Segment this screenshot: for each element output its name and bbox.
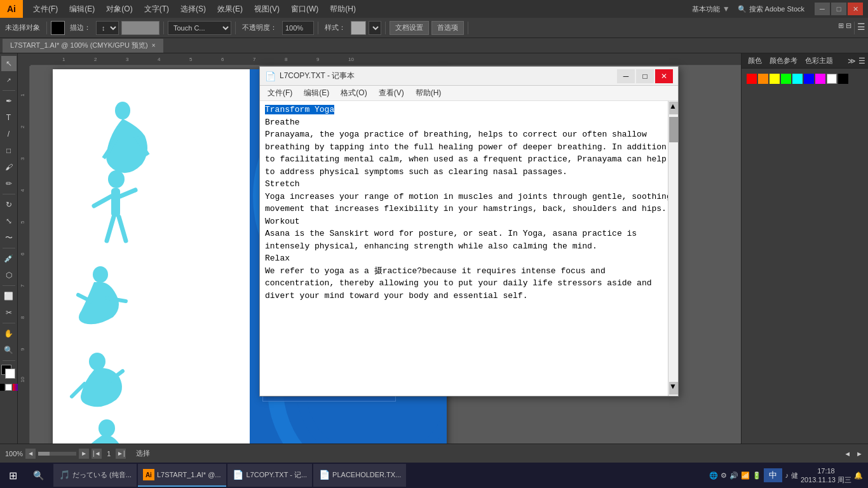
tool-type[interactable]: T [1,110,17,125]
svg-text:9: 9 [20,348,25,351]
zoom-slider[interactable] [38,452,76,456]
swatch-magenta[interactable] [815,74,825,84]
taskbar-placeholder[interactable]: 📄 PLACEHOLDER.TX... [313,464,406,487]
panel-expand[interactable]: ≫ [848,57,856,65]
nav-prev[interactable]: ◄ [844,450,851,458]
color-box[interactable] [51,21,65,35]
left-toolbox: ↖ ↗ ✒ T / □ 🖌 ✏ ↻ ⤡ 〜 💉 ⬡ ⬜ ✂ ✋ 🔍 [0,53,18,463]
menu-help[interactable]: 帮助(H) [325,3,361,16]
swatch-green[interactable] [781,74,791,84]
tool-sep4 [3,285,15,286]
search-adobe-stock[interactable]: 搜索 Adobe Stock [749,4,804,14]
touch-select[interactable]: Touch C... [168,21,231,35]
tool-rotate[interactable]: ↻ [1,197,17,212]
taskbar-music[interactable]: 🎵 だっている (纯音... [53,464,137,487]
menu-effect[interactable]: 效果(E) [212,3,248,16]
taskbar-notepad[interactable]: 📄 L7COPY.TXT - 记... [227,464,313,487]
panel-menu[interactable]: ☰ [858,57,865,65]
menu-file[interactable]: 文件(F) [28,3,63,16]
notepad-min-button[interactable]: ─ [617,69,635,83]
svg-line-27 [94,196,111,206]
separator4 [318,22,318,34]
swatch-red[interactable] [747,74,757,84]
tool-warp[interactable]: 〜 [1,230,17,245]
scroll-up-button[interactable]: ▲ [669,102,678,114]
tool-hand[interactable]: ✋ [1,326,17,341]
doc-tab-close[interactable]: × [152,42,156,49]
doc-tab: L7START_1.AI* @ 100% (CMYK/GPU 预览) × [0,38,868,53]
tool-pen[interactable]: ✒ [1,93,17,109]
np-menu-format[interactable]: 格式(O) [336,86,372,100]
tool-artboard[interactable]: ⬜ [1,288,17,304]
zoom-first[interactable]: |◄ [92,449,102,459]
scroll-down-button[interactable]: ▼ [669,382,678,395]
menu-object[interactable]: 对象(O) [101,3,137,16]
swatch-yellow[interactable] [770,74,780,84]
zoom-last[interactable]: ►| [116,449,126,459]
np-menu-help[interactable]: 帮助(H) [410,86,447,100]
tool-zoom[interactable]: 🔍 [1,342,17,358]
tool-direct[interactable]: ↗ [1,72,17,88]
notepad-content[interactable]: Transform Yoga Breathe Pranayama, the yo… [260,101,678,396]
menu-text[interactable]: 文字(T) [139,3,174,16]
swatch-cyan[interactable] [792,74,803,84]
menu-view[interactable]: 视图(V) [249,3,285,16]
swatch-orange[interactable] [758,74,768,84]
menu-select[interactable]: 选择(S) [175,3,211,16]
color-theme-tab[interactable]: 色彩主题 [801,55,837,67]
tool-blend[interactable]: ⬡ [1,268,17,283]
max-button[interactable]: □ [831,3,846,15]
swatch-blue[interactable] [804,74,814,84]
style-dropdown[interactable]: ▼ [369,21,381,35]
style-label: 样式： [322,22,348,34]
taskbar-np-label: L7COPY.TXT - 记... [247,470,308,480]
tool-slice[interactable]: ✂ [1,305,17,320]
min-button[interactable]: ─ [815,3,830,15]
color-tab[interactable]: 颜色 [744,55,766,67]
taskbar-volume: 🔊 [729,471,738,480]
color-guide-tab[interactable]: 颜色参考 [766,55,801,67]
notepad-scrollbar[interactable]: ▲ ▼ [668,101,678,396]
scroll-thumb[interactable] [669,117,678,142]
stroke-select[interactable]: ↕ [96,21,119,35]
notepad-titlebar: 📄 L7COPY.TXT - 记事本 ─ □ ✕ [260,67,678,86]
ime-zh[interactable]: 中 [764,468,782,482]
tool-eyedrop[interactable]: 💉 [1,251,17,266]
close-button[interactable]: ✕ [848,3,863,15]
preferences-button[interactable]: 首选项 [431,21,464,35]
separator5 [385,22,386,34]
notepad-title: L7COPY.TXT - 记事本 [280,71,613,81]
zoom-in-button[interactable]: ► [79,449,89,459]
basic-function-label[interactable]: 基本功能 [692,4,720,14]
tool-line[interactable]: / [1,126,17,142]
svg-text:3: 3 [20,157,25,160]
taskbar-illustrator[interactable]: Ai L7START_1.AI* @... [138,464,226,487]
tool-scale[interactable]: ⤡ [1,214,17,229]
swatch-black[interactable] [838,74,848,84]
swatch-white[interactable] [827,74,837,84]
notepad-close-button[interactable]: ✕ [655,69,673,83]
tool-select[interactable]: ↖ [1,56,17,71]
notepad-breathe-body: Pranayama, the yoga practice of breathin… [265,130,667,177]
start-button[interactable]: ⊞ [0,463,25,488]
doc-tab-item[interactable]: L7START_1.AI* @ 100% (CMYK/GPU 预览) × [3,39,163,53]
zoom-out-button[interactable]: ◄ [25,449,36,459]
color-fill-stroke[interactable] [1,365,17,380]
notepad-max-button[interactable]: □ [636,69,654,83]
taskbar-search[interactable]: 🔍 [25,463,51,488]
tool-rect[interactable]: □ [1,143,17,158]
tool-pencil[interactable]: ✏ [1,176,17,191]
right-panel: 颜色 颜色参考 色彩主题 ≫ ☰ [741,53,868,463]
np-menu-view[interactable]: 查看(V) [374,86,409,100]
np-menu-edit[interactable]: 编辑(E) [299,86,334,100]
taskbar-notif[interactable]: 🔔 [854,471,863,480]
nav-next[interactable]: ► [856,450,863,458]
menu-window[interactable]: 窗口(W) [286,3,323,16]
menu-edit[interactable]: 编辑(E) [64,3,100,16]
doc-settings-button[interactable]: 文档设置 [390,21,429,35]
svg-line-28 [120,190,135,196]
tool-paintbrush[interactable]: 🖌 [1,159,17,175]
color-mode-icons [0,384,20,391]
np-menu-file[interactable]: 文件(F) [262,86,297,100]
opacity-input[interactable] [282,21,314,35]
